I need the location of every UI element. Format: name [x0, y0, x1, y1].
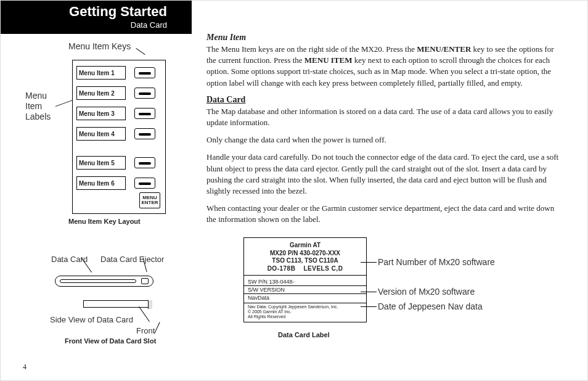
- menu-row: Menu Item 6: [76, 176, 161, 190]
- eject-button-icon: [141, 278, 149, 284]
- label-navdata: NavData: [244, 294, 366, 301]
- figure-caption: Menu Item Key Layout: [68, 218, 141, 225]
- hard-key-icon: [134, 128, 155, 139]
- paragraph-dc4: When contacting your dealer or the Garmi…: [206, 203, 565, 225]
- leader-line: [154, 322, 160, 334]
- label-pn: MX20 P/N 430-0270-XXX: [248, 250, 362, 258]
- label-brand: Garmin AT: [248, 242, 362, 250]
- page-title: Getting Started: [7, 4, 167, 19]
- hard-key-icon: [134, 178, 155, 189]
- callout-jeppesen-date: Date of Jeppesen Nav data: [378, 301, 483, 311]
- label-sw-pn: SW P/N 138-0448-: [244, 278, 366, 286]
- hard-key-icon: [134, 67, 155, 78]
- menu-item-label: Menu Item 5: [76, 156, 126, 170]
- label-foot1: Nav Data: Copyright Jeppesen Sanderson, …: [248, 305, 362, 309]
- menu-row: Menu Item 4: [76, 126, 161, 141]
- callout-side-view: Side View of Data Card: [50, 315, 133, 324]
- section-header: Getting Started Data Card: [1, 1, 192, 34]
- hard-key-icon: [134, 157, 155, 168]
- menu-item-label: Menu Item 6: [76, 176, 126, 190]
- callout-front: Front: [136, 326, 155, 335]
- leader-line: [361, 292, 377, 292]
- menu-row: Menu Item 2: [76, 86, 161, 100]
- card-label-box: Garmin AT MX20 P/N 430-0270-XXX TSO C113…: [243, 237, 367, 322]
- figure-menu-item-keys: Menu Item Keys Menu Item Labels Menu Ite…: [1, 41, 192, 239]
- label-do178b: DO-178B LEVELS C,D: [248, 265, 362, 273]
- label-tso: TSO C113, TSO C110A: [248, 257, 362, 265]
- paragraph-dc2: Only change the data card when the power…: [206, 134, 565, 145]
- figure-caption: Front View of Data Card Slot: [65, 337, 156, 345]
- callout-part-number: Part Number of Mx20 software: [378, 257, 495, 267]
- hard-key-icon: [134, 88, 155, 99]
- menu-item-label: Menu Item 2: [76, 86, 126, 100]
- paragraph-dc3: Handle your data card carefully. Do not …: [206, 152, 565, 197]
- label-foot2: © 2005 Garmin AT Inc.: [248, 309, 362, 314]
- callout-menu-item-keys: Menu Item Keys: [68, 41, 131, 51]
- label-footer: Nav Data: Copyright Jeppesen Sanderson, …: [244, 303, 366, 319]
- right-column: Menu Item The Menu Item keys are on the …: [192, 1, 587, 380]
- leader-line: [361, 262, 377, 263]
- figure-caption: Data Card Label: [278, 331, 330, 338]
- paragraph-menu-item: The Menu Item keys are on the right side…: [206, 44, 565, 89]
- leader-line: [136, 48, 145, 55]
- label-sw-version: S/W VERSION: [244, 286, 366, 294]
- heading-data-card: Data Card: [206, 95, 565, 105]
- callout-menu-item-labels: Menu Item Labels: [25, 91, 56, 121]
- figure-data-card-label: Garmin AT MX20 P/N 430-0270-XXX TSO C113…: [206, 237, 565, 348]
- menu-panel-diagram: Menu Item 1 Menu Item 2 Menu Item 3 Menu…: [72, 60, 166, 214]
- hard-key-icon: [134, 108, 155, 119]
- menu-item-label: Menu Item 3: [76, 107, 126, 120]
- leader-line: [361, 306, 377, 307]
- callout-version: Version of Mx20 software: [378, 287, 475, 297]
- callout-ejector: Data Card Ejector: [100, 255, 164, 264]
- left-column: Getting Started Data Card Menu Item Keys…: [1, 1, 192, 380]
- label-foot3: All Rights Reserved: [248, 314, 362, 319]
- paragraph-dc1: The Map database and other information i…: [206, 106, 565, 128]
- menu-row: Menu Item 1: [76, 65, 161, 80]
- menu-item-label: Menu Item 1: [76, 66, 126, 80]
- menu-row: Menu Item 5: [76, 155, 161, 170]
- card-slit-icon: [60, 279, 136, 283]
- page-subtitle: Data Card: [7, 20, 167, 30]
- menu-enter-text-bottom: ENTER: [140, 200, 160, 205]
- page: Getting Started Data Card Menu Item Keys…: [1, 1, 587, 380]
- menu-enter-key-icon: MENU ENTER: [139, 192, 160, 208]
- leader-line: [55, 100, 73, 107]
- figure-data-card-slot: Data Card Data Card Ejector Side View of…: [1, 255, 192, 366]
- side-card-icon: [83, 300, 152, 308]
- menu-item-label: Menu Item 4: [76, 127, 126, 141]
- page-number: 4: [23, 363, 27, 372]
- menu-row: Menu Item 3: [76, 106, 161, 121]
- heading-menu-item: Menu Item: [206, 33, 565, 43]
